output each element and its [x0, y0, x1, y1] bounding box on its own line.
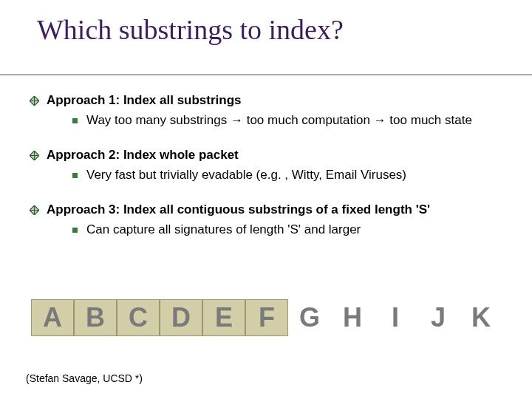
approach-2-sub: Very fast but trivially evadable (e.g. ,…: [72, 167, 502, 184]
letter-cell-c: C: [117, 299, 160, 336]
letter-cell-e: E: [202, 299, 245, 336]
approach-1: Approach 1: Index all substrings Way too…: [30, 92, 502, 129]
letter-cell-k: K: [460, 299, 502, 336]
approach-1-sub-text: Way too many substrings → too much compu…: [86, 112, 472, 129]
letter-cell-j: J: [417, 299, 460, 336]
letter-cell-d: D: [160, 299, 202, 336]
title-underline: [0, 74, 532, 75]
approach-3: Approach 3: Index all contiguous substri…: [30, 202, 502, 239]
footer-credit: (Stefan Savage, UCSD *): [26, 372, 143, 384]
approach-3-head: Approach 3: Index all contiguous substri…: [30, 202, 502, 219]
slide: Which substrings to index? Approach 1: I…: [0, 0, 532, 399]
approach-2-sub-text: Very fast but trivially evadable (e.g. ,…: [86, 167, 406, 184]
letter-cell-h: H: [331, 299, 374, 336]
approach-3-sub: Can capture all signatures of length 'S'…: [72, 222, 502, 239]
approach-2-title: Approach 2: Index whole packet: [47, 147, 239, 164]
letter-cell-a: A: [31, 299, 74, 336]
square-bullet-icon: [72, 118, 78, 123]
letters-row: A B C D E F G H I J K: [31, 299, 502, 336]
square-bullet-icon: [72, 228, 78, 233]
square-bullet-icon: [72, 173, 78, 178]
diamond-bullet-icon: [30, 96, 39, 106]
content-area: Approach 1: Index all substrings Way too…: [30, 92, 502, 256]
diamond-bullet-icon: [30, 205, 39, 215]
approach-3-sub-text: Can capture all signatures of length 'S'…: [86, 222, 361, 239]
slide-title: Which substrings to index?: [37, 13, 344, 46]
letter-cell-b: B: [74, 299, 117, 336]
approach-3-title: Approach 3: Index all contiguous substri…: [47, 202, 430, 219]
approach-1-title: Approach 1: Index all substrings: [47, 92, 242, 109]
approach-2: Approach 2: Index whole packet Very fast…: [30, 147, 502, 184]
approach-1-sub: Way too many substrings → too much compu…: [72, 112, 502, 129]
approach-1-head: Approach 1: Index all substrings: [30, 92, 502, 109]
approach-2-head: Approach 2: Index whole packet: [30, 147, 502, 164]
diamond-bullet-icon: [30, 151, 39, 160]
letter-cell-g: G: [288, 299, 331, 336]
letter-cell-f: F: [245, 299, 288, 336]
letter-cell-i: I: [374, 299, 417, 336]
